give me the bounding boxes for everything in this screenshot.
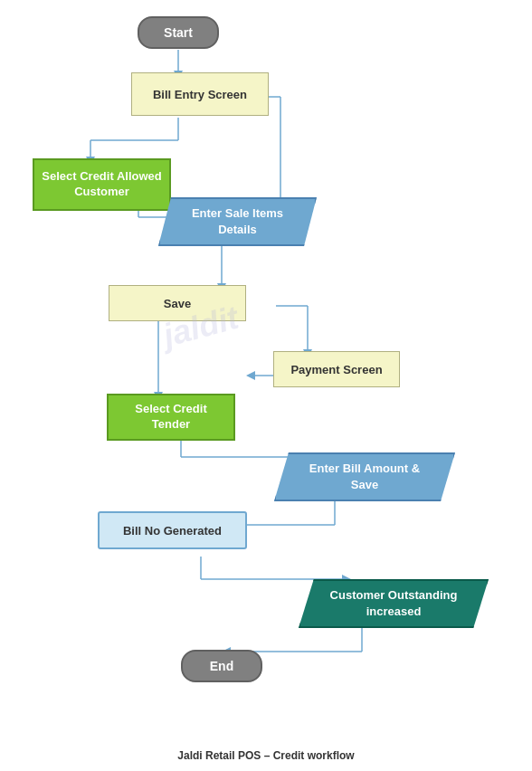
enter-amount-node: Enter Bill Amount & Save [274,452,455,501]
select-customer-node: Select Credit Allowed Customer [33,158,171,211]
payment-screen-node: Payment Screen [273,351,400,387]
flowchart-container: jaldit Start Bill Entry Screen Select Cr… [0,0,532,742]
save-node: Save [109,285,246,321]
customer-outstanding-node: Customer Outstanding increased [299,579,489,628]
end-node: End [181,650,262,682]
start-node: Start [138,16,219,49]
bill-entry-node: Bill Entry Screen [131,72,269,116]
enter-items-node: Enter Sale Items Details [158,197,317,246]
svg-marker-21 [246,371,255,380]
select-tender-node: Select Credit Tender [107,394,235,441]
footer-label: Jaldi Retail POS – Credit workflow [0,742,532,771]
bill-no-node: Bill No Generated [98,511,247,549]
